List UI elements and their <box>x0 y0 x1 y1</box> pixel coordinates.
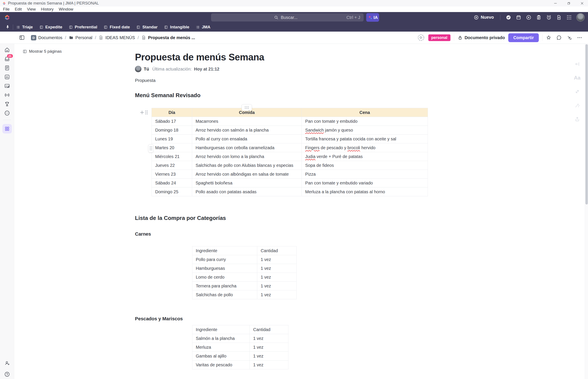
table-cell[interactable]: Salmón a la plancha <box>192 334 250 343</box>
add-row-icon[interactable] <box>139 110 145 115</box>
tagbar-item-jma[interactable]: JMA <box>196 25 210 30</box>
column-header[interactable]: Día <box>152 108 192 117</box>
tag-icon[interactable] <box>417 34 425 42</box>
share-button[interactable] <box>574 116 580 122</box>
tagbar-item-triaje[interactable]: Triaje <box>16 25 33 30</box>
table-cell[interactable]: Ternera para plancha <box>192 282 257 290</box>
sidebar-item-more[interactable] <box>4 110 10 116</box>
table-cell[interactable]: Sandwich jamón y queso <box>302 126 428 135</box>
table-cell[interactable]: Hamburguesas con cebolla caramelizada <box>192 143 302 152</box>
show-pages-button[interactable]: Mostrar 5 páginas <box>23 49 62 54</box>
sidebar-toggle-icon[interactable] <box>19 35 25 41</box>
column-drag-handle[interactable] <box>242 104 252 111</box>
sidebar-item-home[interactable] <box>4 47 10 53</box>
clipboard-button[interactable] <box>536 15 542 20</box>
sidebar-item-goals[interactable] <box>4 101 10 107</box>
menu-window[interactable]: Window <box>57 7 76 12</box>
table-cell[interactable]: Arroz hervido con lomo a la plancha <box>192 152 302 161</box>
table-cell[interactable]: Fingers de pescado y brocoli hervido <box>302 143 428 152</box>
menu-history[interactable]: History <box>39 7 56 12</box>
table-cell[interactable]: Varitas de pescado <box>192 361 250 369</box>
share-button[interactable]: Compartir <box>508 33 539 42</box>
table-cell[interactable]: 1 vez <box>250 334 288 343</box>
table-cell[interactable]: Sábado 24 <box>152 179 192 188</box>
breadcrumb-item[interactable]: Propuesta de menús ... <box>141 35 195 40</box>
table-cell[interactable]: Salchichas de pollo <box>192 290 257 299</box>
table-cell[interactable]: 1 vez <box>257 264 296 273</box>
table-cell[interactable]: Judia verde + Puré de patatas <box>302 152 428 161</box>
table-cell[interactable]: 1 vez <box>257 273 296 282</box>
table-cell[interactable]: Gambas al ajillo <box>192 352 250 361</box>
ellipsis-button[interactable] <box>577 35 582 40</box>
table-cell[interactable]: Tortilla francesa y patata cocida con ac… <box>302 135 428 143</box>
table-cell[interactable]: 1 vez <box>257 255 296 264</box>
pin-icon[interactable] <box>5 25 10 30</box>
table-cell[interactable]: Martes 20 <box>152 143 192 152</box>
table-cell[interactable]: Arroz hervido con salmón a la plancha <box>192 126 302 135</box>
tagbar-item-fixed-date[interactable]: Fixed date <box>104 25 130 30</box>
table-cell[interactable]: Arroz hervido con albóndigas en salsa de… <box>192 170 302 179</box>
sidebar-item-inbox[interactable]: 21 <box>4 56 10 62</box>
scrollbar[interactable] <box>585 44 588 379</box>
calendar-button[interactable] <box>516 15 521 20</box>
new-button[interactable]: Nuevo <box>474 15 494 20</box>
close-button[interactable] <box>580 1 584 5</box>
table-cell[interactable]: Salchichas de pollo con Alubias blancas … <box>192 161 302 170</box>
font-size-button[interactable]: Aa <box>574 75 580 81</box>
swap-button[interactable] <box>574 89 580 94</box>
author-avatar[interactable] <box>135 66 141 72</box>
table-cell[interactable]: Sopa de fideos <box>302 161 428 170</box>
breadcrumb-item[interactable]: DDocumentos <box>31 35 62 40</box>
table-cell[interactable]: Pollo asado con patatas asadas <box>192 188 302 196</box>
table-cell[interactable]: Lunes 19 <box>152 135 192 143</box>
table-cell[interactable]: Viernes 23 <box>152 170 192 179</box>
table-cell[interactable]: Pollo al curry con ensalada <box>192 135 302 143</box>
sidebar-item-dashboards[interactable] <box>4 74 10 80</box>
sidebar-item-whiteboards[interactable] <box>4 83 10 89</box>
breadcrumb-item[interactable]: IDEAS MENÚS <box>99 35 135 40</box>
table-cell[interactable]: Pan con tomate y embutido variado <box>302 179 428 188</box>
table-cell[interactable]: Lomo de cerdo <box>192 273 257 282</box>
table-cell[interactable]: 1 vez <box>250 352 288 361</box>
intro-paragraph[interactable]: Propuesta <box>135 78 428 83</box>
tagbar-item-expedite[interactable]: Expedite <box>39 25 62 30</box>
category-heading-pescados[interactable]: Pescados y Mariscos <box>135 316 428 322</box>
table-cell[interactable]: 1 vez <box>257 290 296 299</box>
breadcrumb-item[interactable]: Personal <box>69 35 93 40</box>
star-button[interactable] <box>546 35 551 40</box>
tag-badge[interactable]: personal <box>428 34 450 41</box>
restore-button[interactable] <box>567 1 571 5</box>
menu-file[interactable]: File <box>1 7 12 12</box>
table-cell[interactable]: 1 vez <box>250 361 288 369</box>
drag-handle-icon[interactable] <box>145 111 148 114</box>
column-header[interactable]: Cantidad <box>250 325 288 334</box>
section-heading-shopping[interactable]: Lista de la Compra por Categorías <box>135 214 428 222</box>
tagbar-item-intangible[interactable]: Intangible <box>164 25 189 30</box>
table-cell[interactable]: Pan con tomate y embutido <box>302 117 428 126</box>
sidebar-item-help[interactable] <box>4 371 10 377</box>
table-cell[interactable]: 1 vez <box>250 343 288 352</box>
table-cell[interactable]: Jueves 22 <box>152 161 192 170</box>
table-cell[interactable]: Pizza <box>302 170 428 179</box>
column-header[interactable]: Cena <box>302 108 428 117</box>
row-drag-handle[interactable] <box>148 144 154 152</box>
tagbar-item-preferential[interactable]: Preferential <box>69 25 97 30</box>
column-header[interactable]: Cantidad <box>257 246 296 255</box>
table-cell[interactable]: Domingo 25 <box>152 188 192 196</box>
table-cell[interactable]: 1 vez <box>257 282 296 290</box>
search-input[interactable]: Buscar... Ctrl + J <box>211 13 364 21</box>
table-cell[interactable]: Sábado 17 <box>152 117 192 126</box>
sidebar-item-apps[interactable] <box>2 124 12 133</box>
scrollbar-thumb[interactable] <box>586 44 588 205</box>
document-button[interactable] <box>556 15 562 20</box>
export-button[interactable] <box>567 35 572 40</box>
column-header[interactable]: Ingrediente <box>192 325 250 334</box>
table-cell[interactable]: Hamburguesas <box>192 264 257 273</box>
grid-dots-button[interactable] <box>566 15 572 20</box>
minimize-button[interactable] <box>553 1 557 5</box>
wand-button[interactable] <box>574 103 580 108</box>
play-circle-button[interactable] <box>526 15 531 20</box>
section-heading-menu[interactable]: Menú Semanal Revisado <box>135 92 428 99</box>
sidebar-item-invite[interactable] <box>4 360 10 366</box>
privacy-status[interactable]: Documento privado <box>458 35 505 40</box>
